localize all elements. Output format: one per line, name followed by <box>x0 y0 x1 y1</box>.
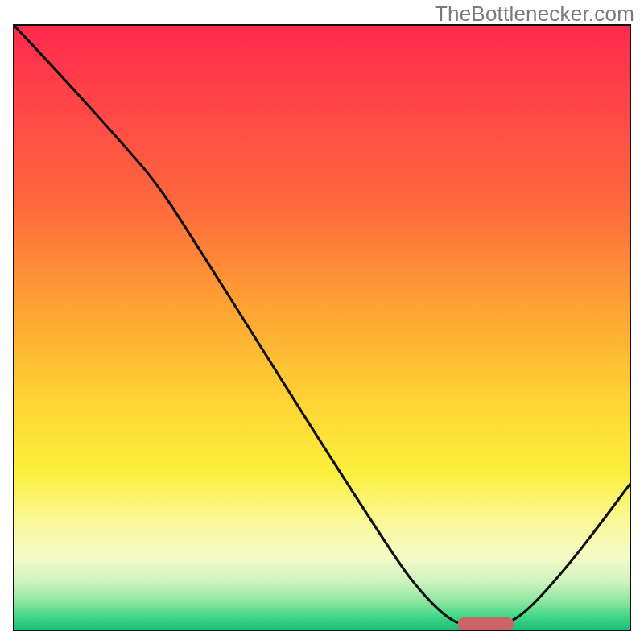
chart-stage: TheBottlenecker.com <box>0 0 644 644</box>
plot-area <box>13 24 631 631</box>
watermark-text: TheBottlenecker.com <box>435 2 634 27</box>
gradient-background <box>13 24 631 631</box>
